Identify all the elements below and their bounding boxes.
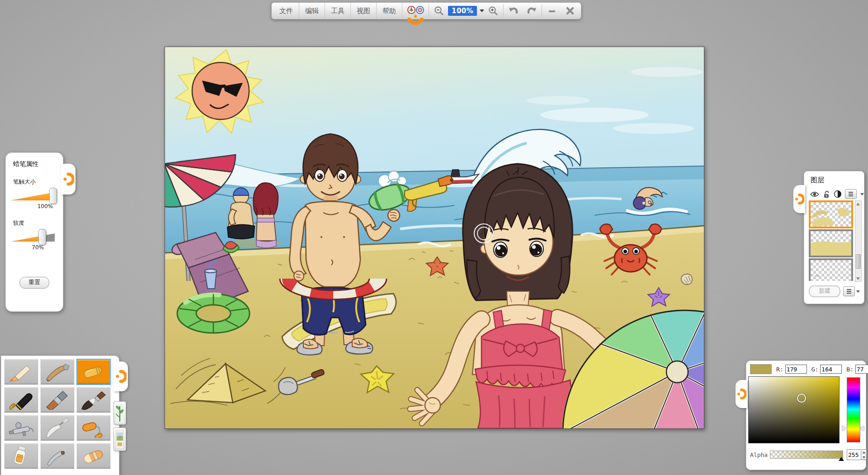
scroll-up-button[interactable] xyxy=(855,201,860,207)
blue-input[interactable] xyxy=(855,365,868,374)
zoom-level-value: 100% xyxy=(448,6,477,16)
tool-palette-pull-tab[interactable] xyxy=(113,361,128,391)
pull-tab-icon xyxy=(62,171,74,187)
layer-list xyxy=(809,200,853,281)
alpha-spinner xyxy=(847,449,867,460)
red-input[interactable] xyxy=(785,365,807,374)
flat-brush-icon xyxy=(44,390,71,410)
tool-palette-knife[interactable] xyxy=(40,415,75,441)
menu-lines-icon xyxy=(846,289,852,294)
sv-picker-cursor[interactable] xyxy=(797,394,806,403)
layer-2-preview xyxy=(811,231,851,256)
tool-pencil[interactable] xyxy=(40,359,75,385)
reset-button[interactable]: 重置 xyxy=(19,277,49,289)
scrollbar-thumb[interactable] xyxy=(856,254,861,269)
paint-roller-icon xyxy=(80,418,107,438)
alpha-spin-up-button[interactable] xyxy=(861,450,866,455)
red-label: R: xyxy=(776,366,783,373)
layer-menu-caret-icon[interactable] xyxy=(860,193,864,195)
layer-item-2[interactable] xyxy=(809,229,853,257)
close-button[interactable] xyxy=(561,3,579,19)
alpha-slider-marker[interactable] xyxy=(839,457,844,461)
undo-button[interactable] xyxy=(505,3,523,19)
tool-flat-brush[interactable] xyxy=(40,387,75,413)
saturation-value-picker[interactable] xyxy=(748,376,840,443)
tool-fountain-pen[interactable] xyxy=(4,387,38,413)
paint-tube-icon xyxy=(8,446,35,466)
zoom-out-button[interactable] xyxy=(430,3,448,19)
lock-open-icon[interactable] xyxy=(823,190,830,198)
layers-bottom-menu-button[interactable] xyxy=(843,286,855,296)
toolbar-separator xyxy=(503,5,504,17)
toolbar-separator xyxy=(429,5,429,17)
minimize-button[interactable] xyxy=(543,3,561,19)
pull-tab-icon xyxy=(736,387,746,401)
layers-panel-title: 图层 xyxy=(811,176,864,185)
tool-crayon-selected[interactable] xyxy=(76,359,111,385)
menu-tools[interactable]: 工具 xyxy=(325,3,351,19)
zoom-dropdown-caret-icon[interactable] xyxy=(480,10,484,12)
torso xyxy=(305,201,360,287)
alpha-spin-down-button[interactable] xyxy=(861,455,866,460)
tool-eraser[interactable] xyxy=(76,443,111,469)
current-color-swatch[interactable] xyxy=(750,364,772,374)
tool-round-brush[interactable] xyxy=(76,387,111,413)
blend-halfmoon-icon[interactable] xyxy=(834,190,842,198)
airbrush-icon xyxy=(8,418,35,438)
brush-size-label: 笔触大小 xyxy=(13,178,63,186)
seashell xyxy=(681,274,692,285)
layer-scrollbar[interactable] xyxy=(855,200,862,282)
layer-item-1[interactable] xyxy=(809,200,853,228)
tool-airbrush[interactable] xyxy=(4,415,38,441)
brush-size-slider[interactable] xyxy=(11,189,55,202)
tool-palette-panel xyxy=(1,356,119,475)
menu-lines-icon xyxy=(848,191,854,197)
clown-face-icon xyxy=(406,4,425,28)
zoom-in-icon xyxy=(488,5,499,16)
brush-panel-title: 蜡笔属性 xyxy=(13,160,63,168)
softness-slider[interactable] xyxy=(11,230,55,243)
layer-3-preview xyxy=(811,260,851,281)
redo-button[interactable] xyxy=(523,3,541,19)
menu-file[interactable]: 文件 xyxy=(274,3,299,19)
layers-bottom-menu-caret-icon[interactable] xyxy=(856,290,860,293)
blue-label: B: xyxy=(846,366,854,373)
softness-label: 软度 xyxy=(13,219,63,227)
layer-item-3[interactable] xyxy=(809,258,853,281)
menu-view[interactable]: 视图 xyxy=(351,3,377,19)
menu-edit[interactable]: 编辑 xyxy=(299,3,325,19)
new-layer-button[interactable]: 新建 xyxy=(809,285,840,297)
green-input[interactable] xyxy=(820,365,842,374)
alpha-value-input[interactable] xyxy=(847,450,861,460)
visibility-eye-icon[interactable] xyxy=(810,191,820,198)
beach-scene-artwork xyxy=(165,47,704,428)
picture-stamp-button[interactable] xyxy=(113,428,126,451)
minimize-icon xyxy=(547,6,557,16)
layers-panel-pull-tab[interactable] xyxy=(793,185,805,213)
plant-stamp-icon xyxy=(116,404,124,423)
colored-pencil-icon xyxy=(8,362,35,382)
zoom-level-control[interactable]: 100% xyxy=(448,3,484,19)
hue-bar[interactable] xyxy=(847,377,860,442)
menu-help[interactable]: 帮助 xyxy=(377,3,402,19)
brush-panel-pull-tab[interactable] xyxy=(61,164,75,195)
layers-panel: 图层 xyxy=(804,171,864,304)
tool-colored-pencil[interactable] xyxy=(4,359,38,385)
drawing-canvas[interactable] xyxy=(165,47,704,429)
color-panel-pull-tab[interactable] xyxy=(736,380,747,408)
mascot-button[interactable] xyxy=(402,3,428,19)
green-swim-ring xyxy=(177,294,250,333)
softness-slider-handle[interactable] xyxy=(38,229,46,245)
tool-paint-roller[interactable] xyxy=(76,415,111,441)
brush-size-slider-handle[interactable] xyxy=(49,188,57,204)
tool-paint-tube[interactable] xyxy=(4,443,38,469)
tool-etching-knife[interactable] xyxy=(40,443,75,469)
zoom-in-button[interactable] xyxy=(484,3,502,19)
alpha-slider[interactable] xyxy=(770,451,843,459)
scroll-down-button[interactable] xyxy=(855,276,860,281)
hue-marker-left-icon[interactable] xyxy=(842,426,846,431)
plant-stamp-button[interactable] xyxy=(113,401,126,425)
hue-marker-right-icon[interactable] xyxy=(860,426,864,431)
brush-properties-panel: 蜡笔属性 笔触大小 100% 软度 70% 重置 xyxy=(5,152,63,312)
layer-menu-button[interactable] xyxy=(845,189,857,199)
